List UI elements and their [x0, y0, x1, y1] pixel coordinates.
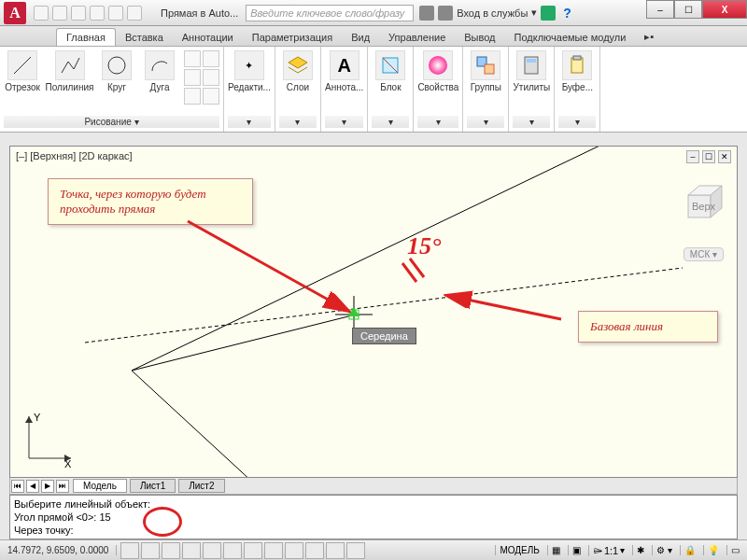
clean-icon[interactable]: ▭ [726, 545, 743, 555]
hardware-icon[interactable]: 💡 [703, 545, 723, 555]
svg-line-18 [188, 221, 346, 310]
model-tab[interactable]: Модель [73, 479, 127, 493]
panel-edit: ✦Редакти...▾ [224, 47, 275, 132]
clipboard-button[interactable]: Буфе... [558, 50, 596, 92]
svg-point-1 [108, 57, 125, 74]
exchange-icon[interactable] [541, 6, 556, 21]
grid-toggle[interactable] [141, 542, 160, 559]
svg-text:Y: Y [34, 412, 41, 423]
qat-undo-icon[interactable] [90, 6, 105, 21]
lwt-toggle[interactable] [285, 542, 303, 559]
people-icon [419, 6, 434, 21]
svg-marker-23 [25, 416, 33, 423]
tpy-toggle[interactable] [305, 542, 324, 559]
tab-parametric[interactable]: Параметризация [243, 29, 342, 46]
qat-dropdown-icon[interactable] [127, 6, 142, 21]
grid-icon[interactable]: ▦ [547, 545, 564, 555]
tab-first-icon[interactable]: ⏮ [11, 480, 24, 493]
quick-access-toolbar [34, 6, 142, 21]
qat-save-icon[interactable] [71, 6, 86, 21]
layout2-tab[interactable]: Лист2 [178, 479, 224, 493]
properties-button[interactable]: Свойства [417, 50, 458, 92]
svg-rect-7 [527, 59, 536, 63]
ws-icon[interactable]: ⚙ ▾ [652, 545, 676, 555]
ortho-toggle[interactable] [162, 542, 180, 559]
layout1-tab[interactable]: Лист1 [130, 479, 176, 493]
qv-icon[interactable]: ▣ [568, 545, 585, 555]
lock-icon[interactable]: 🔒 [680, 545, 699, 555]
tab-next-icon[interactable]: ▶ [41, 480, 54, 493]
tab-last-icon[interactable]: ⏭ [56, 480, 69, 493]
window-title: Прямая в Auto... [161, 7, 238, 19]
panel-utils: Утилиты▾ [509, 47, 555, 132]
draw-small-buttons[interactable] [184, 50, 219, 105]
layout-tabs: ⏮ ◀ ▶ ⏭ Модель Лист1 Лист2 [9, 478, 738, 495]
dropdown-icon: ▾ [531, 7, 537, 19]
edit-button[interactable]: ✦Редакти... [228, 50, 271, 92]
help-icon[interactable]: ? [563, 6, 571, 21]
person-icon [438, 6, 453, 21]
close-button[interactable]: X [702, 0, 747, 19]
arc-button[interactable]: Дуга [141, 50, 178, 92]
maximize-button[interactable]: ☐ [674, 0, 702, 19]
polyline-button[interactable]: Полилиния [47, 50, 92, 92]
ucs-icon: XY [20, 412, 76, 468]
qat-open-icon[interactable] [52, 6, 67, 21]
tab-annotations[interactable]: Аннотации [173, 29, 243, 46]
panel-groups: Группы▾ [463, 47, 509, 132]
circle-button[interactable]: Круг [98, 50, 135, 92]
tab-insert[interactable]: Вставка [116, 29, 173, 46]
panel-props: Свойства▾ [414, 47, 463, 132]
tab-manage[interactable]: Управление [379, 29, 455, 46]
annotation-button[interactable]: AАннота... [325, 50, 363, 92]
window-controls: – ☐ X [646, 0, 747, 19]
sc-toggle[interactable] [346, 542, 365, 559]
drawing-canvas[interactable]: [–] [Верхняя] [2D каркас] – ☐ ✕ 15° Точк… [9, 146, 738, 478]
coordinates[interactable]: 14.7972, 9.6509, 0.0000 [0, 545, 117, 555]
status-bar: 14.7972, 9.6509, 0.0000 МОДЕЛЬ ▦ ▣ ⌲ 1:1… [0, 539, 747, 560]
groups-button[interactable]: Группы [467, 50, 504, 92]
model-space-label[interactable]: МОДЕЛЬ [495, 545, 543, 555]
panel-draw-title[interactable]: Рисование ▾ [4, 116, 219, 128]
polar-toggle[interactable] [182, 542, 201, 559]
panel-buffer: Буфе...▾ [555, 47, 600, 132]
panel-layers: Слои▾ [275, 47, 321, 132]
line-button[interactable]: Отрезок [4, 50, 41, 92]
minimize-button[interactable]: – [646, 0, 674, 19]
layers-button[interactable]: Слои [279, 50, 317, 92]
angle-annotation: 15° [407, 232, 441, 260]
tab-overflow-icon[interactable]: ▸▪ [635, 28, 663, 46]
svg-line-19 [449, 296, 561, 319]
tab-prev-icon[interactable]: ◀ [26, 480, 39, 493]
svg-point-3 [429, 56, 447, 75]
annoscale[interactable]: ⌲ 1:1 ▾ [588, 545, 628, 556]
login-label: Вход в службы [457, 7, 528, 19]
app-icon[interactable]: A [4, 2, 26, 24]
tab-output[interactable]: Вывод [455, 29, 504, 46]
utilities-button[interactable]: Утилиты [513, 50, 550, 92]
tab-plugins[interactable]: Подключаемые модули [505, 29, 636, 46]
otrack-toggle[interactable] [223, 542, 242, 559]
login-area[interactable]: Вход в службы ▾ ? [419, 6, 575, 21]
tab-home[interactable]: Главная [56, 28, 116, 46]
title-bar: A Прямая в Auto... Введите ключевое слов… [0, 0, 747, 26]
annovis-icon[interactable]: ✱ [632, 545, 648, 555]
snap-toggle[interactable] [120, 542, 139, 559]
coord-system-label[interactable]: МСК ▾ [684, 247, 724, 261]
viewcube[interactable]: Верх [675, 178, 727, 231]
highlight-circle [143, 507, 182, 537]
command-line[interactable]: Выберите линейный объект: Угол прямой <0… [9, 495, 738, 539]
block-button[interactable]: Блок [372, 50, 409, 92]
tab-view[interactable]: Вид [342, 29, 379, 46]
svg-rect-5 [485, 64, 494, 74]
search-input[interactable]: Введите ключевое слово/фразу [246, 5, 414, 21]
dyn-toggle[interactable] [264, 542, 283, 559]
qat-new-icon[interactable] [34, 6, 49, 21]
svg-line-0 [14, 57, 31, 74]
panel-draw: Отрезок Полилиния Круг Дуга Рисование ▾ [0, 47, 224, 132]
callout-baseline: Базовая линия [578, 311, 718, 343]
osnap-toggle[interactable] [203, 542, 221, 559]
qp-toggle[interactable] [326, 542, 345, 559]
ducs-toggle[interactable] [244, 542, 262, 559]
qat-redo-icon[interactable] [108, 6, 123, 21]
